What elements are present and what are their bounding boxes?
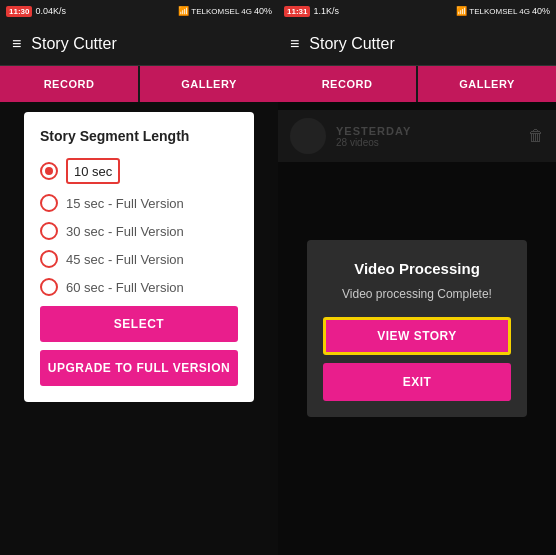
content-area-right: YESTERDAY 28 videos 🗑 Video Processing V… — [278, 102, 556, 555]
tab-gallery-left[interactable]: GALLERY — [140, 66, 278, 102]
tab-record-right[interactable]: RECORD — [278, 66, 416, 102]
processing-dialog-overlay: Video Processing Video processing Comple… — [278, 102, 556, 555]
status-right-right: 📶 TELKOMSEL 4G 40% — [456, 6, 550, 16]
radio-option-30sec[interactable]: 30 sec - Full Version — [40, 222, 238, 240]
exit-button[interactable]: EXIT — [323, 363, 511, 401]
battery-left: 40% — [254, 6, 272, 16]
network-right: 📶 — [456, 6, 467, 16]
status-right-left: 📶 TELKOMSEL 4G 40% — [178, 6, 272, 16]
radio-circle-60sec — [40, 278, 58, 296]
tab-gallery-right[interactable]: GALLERY — [418, 66, 556, 102]
radio-circle-15sec — [40, 194, 58, 212]
radio-option-10sec[interactable]: 10 sec — [40, 158, 238, 184]
right-phone-screen: 11:31 1.1K/s 📶 TELKOMSEL 4G 40% ≡ Story … — [278, 0, 556, 555]
tab-record-left[interactable]: RECORD — [0, 66, 138, 102]
dialog-title: Story Segment Length — [40, 128, 238, 144]
radio-label-15sec: 15 sec - Full Version — [66, 196, 184, 211]
radio-option-60sec[interactable]: 60 sec - Full Version — [40, 278, 238, 296]
hamburger-icon-right[interactable]: ≡ — [290, 35, 299, 53]
segment-length-dialog: Story Segment Length 10 sec 15 sec - Ful… — [24, 112, 254, 402]
radio-option-15sec[interactable]: 15 sec - Full Version — [40, 194, 238, 212]
carrier-right: TELKOMSEL 4G — [469, 7, 530, 16]
tab-bar-left: RECORD GALLERY — [0, 66, 278, 102]
app-bar-left: ≡ Story Cutter — [0, 22, 278, 66]
app-bar-right: ≡ Story Cutter — [278, 22, 556, 66]
radio-label-60sec: 60 sec - Full Version — [66, 280, 184, 295]
tab-bar-right: RECORD GALLERY — [278, 66, 556, 102]
status-left: 11:30 0.04K/s — [6, 6, 66, 17]
time-badge-left: 11:30 — [6, 6, 32, 17]
app-title-left: Story Cutter — [31, 35, 116, 53]
radio-label-30sec: 30 sec - Full Version — [66, 224, 184, 239]
speed-left: 0.04K/s — [35, 6, 66, 16]
status-bar-right: 11:31 1.1K/s 📶 TELKOMSEL 4G 40% — [278, 0, 556, 22]
radio-option-45sec[interactable]: 45 sec - Full Version — [40, 250, 238, 268]
select-button[interactable]: SELECT — [40, 306, 238, 342]
left-phone-screen: 11:30 0.04K/s 📶 TELKOMSEL 4G 40% ≡ Story… — [0, 0, 278, 555]
speed-right: 1.1K/s — [313, 6, 339, 16]
processing-subtitle: Video processing Complete! — [323, 287, 511, 301]
radio-label-10sec: 10 sec — [74, 164, 112, 179]
radio-circle-30sec — [40, 222, 58, 240]
radio-label-45sec: 45 sec - Full Version — [66, 252, 184, 267]
processing-title: Video Processing — [323, 260, 511, 277]
radio-circle-45sec — [40, 250, 58, 268]
time-badge-right: 11:31 — [284, 6, 310, 17]
dialog-overlay-left: Story Segment Length 10 sec 15 sec - Ful… — [0, 102, 278, 555]
battery-right: 40% — [532, 6, 550, 16]
radio-dot-10sec — [45, 167, 53, 175]
status-bar-left: 11:30 0.04K/s 📶 TELKOMSEL 4G 40% — [0, 0, 278, 22]
network-left: 📶 — [178, 6, 189, 16]
content-area-left: Story Segment Length 10 sec 15 sec - Ful… — [0, 102, 278, 555]
selected-option-box: 10 sec — [66, 158, 120, 184]
carrier-left: TELKOMSEL 4G — [191, 7, 252, 16]
processing-dialog: Video Processing Video processing Comple… — [307, 240, 527, 417]
status-left-right: 11:31 1.1K/s — [284, 6, 339, 17]
radio-circle-10sec — [40, 162, 58, 180]
upgrade-button[interactable]: UPGRADE TO FULL VERSION — [40, 350, 238, 386]
hamburger-icon-left[interactable]: ≡ — [12, 35, 21, 53]
view-story-button[interactable]: VIEW STORY — [323, 317, 511, 355]
app-title-right: Story Cutter — [309, 35, 394, 53]
